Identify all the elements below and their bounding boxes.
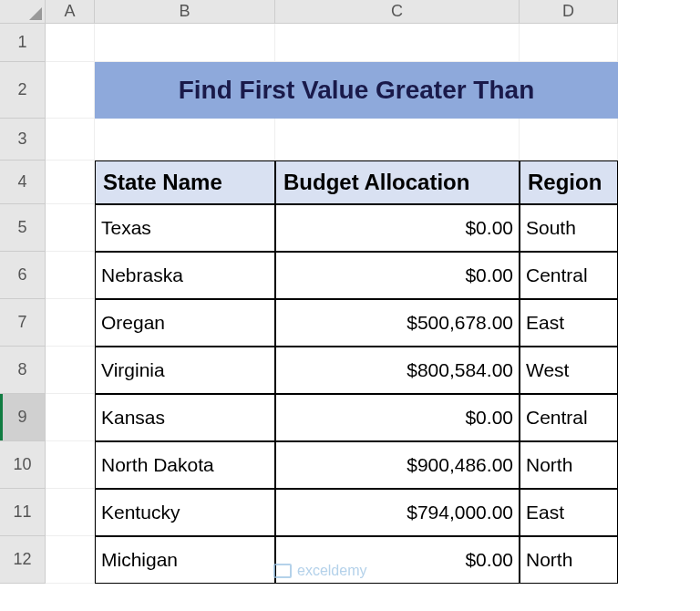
- row-header-9[interactable]: 9: [0, 394, 46, 441]
- col-header-d[interactable]: D: [520, 0, 618, 24]
- cell-state-3[interactable]: Virginia: [95, 347, 275, 394]
- row-header-7[interactable]: 7: [0, 299, 46, 347]
- cell-a10[interactable]: [46, 441, 95, 489]
- cell-a8[interactable]: [46, 347, 95, 394]
- cell-region-7[interactable]: North: [520, 536, 618, 584]
- row-header-8[interactable]: 8: [0, 347, 46, 394]
- cell-budget-6[interactable]: $794,000.00: [275, 489, 520, 536]
- title-merged-cell[interactable]: Find First Value Greater Than: [95, 62, 618, 119]
- cell-budget-3[interactable]: $800,584.00: [275, 347, 520, 394]
- cell-region-4[interactable]: Central: [520, 394, 618, 441]
- header-state[interactable]: State Name: [95, 161, 275, 204]
- row-header-3[interactable]: 3: [0, 119, 46, 161]
- row-header-4[interactable]: 4: [0, 161, 46, 204]
- row-header-6[interactable]: 6: [0, 252, 46, 299]
- cell-budget-4[interactable]: $0.00: [275, 394, 520, 441]
- cell-region-6[interactable]: East: [520, 489, 618, 536]
- row-header-5[interactable]: 5: [0, 204, 46, 252]
- cell-a5[interactable]: [46, 204, 95, 252]
- cell-a11[interactable]: [46, 489, 95, 536]
- cell-d1[interactable]: [520, 24, 618, 62]
- select-all-corner[interactable]: [0, 0, 46, 24]
- spreadsheet-grid: A B C D 1 2 Find First Value Greater Tha…: [0, 0, 700, 584]
- row-header-2[interactable]: 2: [0, 62, 46, 119]
- cell-budget-1[interactable]: $0.00: [275, 252, 520, 299]
- cell-a7[interactable]: [46, 299, 95, 347]
- cell-budget-0[interactable]: $0.00: [275, 204, 520, 252]
- cell-state-1[interactable]: Nebraska: [95, 252, 275, 299]
- row-header-10[interactable]: 10: [0, 441, 46, 489]
- cell-b1[interactable]: [95, 24, 275, 62]
- cell-state-2[interactable]: Oregan: [95, 299, 275, 347]
- cell-budget-2[interactable]: $500,678.00: [275, 299, 520, 347]
- cell-state-5[interactable]: North Dakota: [95, 441, 275, 489]
- cell-state-7[interactable]: Michigan: [95, 536, 275, 584]
- col-header-b[interactable]: B: [95, 0, 275, 24]
- header-budget[interactable]: Budget Allocation: [275, 161, 520, 204]
- cell-a2[interactable]: [46, 62, 95, 119]
- cell-state-4[interactable]: Kansas: [95, 394, 275, 441]
- cell-a3[interactable]: [46, 119, 95, 161]
- header-region[interactable]: Region: [520, 161, 618, 204]
- col-header-a[interactable]: A: [46, 0, 95, 24]
- cell-c1[interactable]: [275, 24, 520, 62]
- cell-region-2[interactable]: East: [520, 299, 618, 347]
- cell-a6[interactable]: [46, 252, 95, 299]
- cell-c3[interactable]: [275, 119, 520, 161]
- cell-budget-5[interactable]: $900,486.00: [275, 441, 520, 489]
- row-header-12[interactable]: 12: [0, 536, 46, 584]
- watermark-icon: [273, 564, 292, 578]
- cell-b3[interactable]: [95, 119, 275, 161]
- cell-a4[interactable]: [46, 161, 95, 204]
- watermark: exceldemy: [273, 563, 366, 579]
- cell-state-6[interactable]: Kentucky: [95, 489, 275, 536]
- cell-a9[interactable]: [46, 394, 95, 441]
- cell-region-0[interactable]: South: [520, 204, 618, 252]
- cell-region-1[interactable]: Central: [520, 252, 618, 299]
- cell-region-3[interactable]: West: [520, 347, 618, 394]
- cell-region-5[interactable]: North: [520, 441, 618, 489]
- row-header-11[interactable]: 11: [0, 489, 46, 536]
- col-header-c[interactable]: C: [275, 0, 520, 24]
- cell-a1[interactable]: [46, 24, 95, 62]
- watermark-text: exceldemy: [297, 563, 366, 579]
- cell-a12[interactable]: [46, 536, 95, 584]
- cell-d3[interactable]: [520, 119, 618, 161]
- cell-state-0[interactable]: Texas: [95, 204, 275, 252]
- row-header-1[interactable]: 1: [0, 24, 46, 62]
